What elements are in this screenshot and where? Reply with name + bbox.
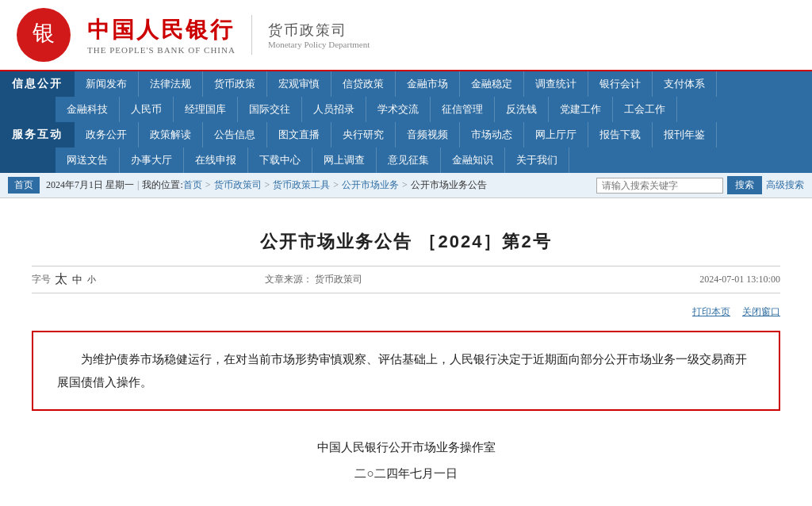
nav-item-online-apply[interactable]: 在线申报: [184, 148, 248, 173]
dept-name-cn: 货币政策司: [268, 21, 370, 40]
nav-item-monetary[interactable]: 货币政策: [203, 71, 267, 97]
source-label: 文章来源：: [265, 274, 312, 285]
nav-item-fin-know[interactable]: 金融知识: [441, 148, 505, 173]
article-date-cn: 二○二四年七月一日: [32, 461, 780, 487]
nav-row-1: 信息公开 新闻发布 法律法规 货币政策 宏观审慎 信贷政策 金融市场 金融稳定 …: [0, 71, 812, 97]
nav-item-research[interactable]: 央行研究: [331, 122, 396, 148]
nav-label-service: 服务互动: [0, 122, 75, 148]
article-meta: 字号 太 中 小 文章来源： 货币政策司 2024-07-01 13:10:00: [32, 266, 780, 293]
nav-item-news[interactable]: 新闻发布: [75, 71, 139, 97]
breadcrumb-link-openmarket[interactable]: 公开市场业务: [342, 178, 399, 192]
nav-item-fintech[interactable]: 金融科技: [56, 97, 120, 122]
header-divider: [251, 15, 252, 55]
dept-name-en: Monetary Policy Department: [268, 40, 370, 49]
nav-item-hall[interactable]: 办事大厅: [120, 148, 184, 173]
nav-item-reports[interactable]: 报告下载: [588, 122, 653, 148]
nav-row-3: 服务互动 政务公开 政策解读 公告信息 图文直播 央行研究 音频视频 市场动态 …: [0, 122, 812, 148]
nav-item-macro[interactable]: 宏观审慎: [267, 71, 331, 97]
home-button[interactable]: 首页: [8, 177, 40, 194]
breadcrumb-bar: 首页 2024年7月1日 星期一 | 我的位置: 首页 > 货币政策司 > 货币…: [0, 173, 812, 198]
breadcrumb-link-dept[interactable]: 货币政策司: [214, 178, 262, 192]
dept-block: 货币政策司 Monetary Policy Department: [268, 21, 370, 49]
nav-item-treasury[interactable]: 经理国库: [174, 97, 238, 122]
search-area: 搜索 高级搜索: [596, 176, 804, 194]
nav-item-party[interactable]: 党建工作: [549, 97, 613, 122]
article-body-box: 为维护债券市场稳健运行，在对当前市场形势审慎观察、评估基础上，人民银行决定于近期…: [32, 331, 780, 411]
bank-name-en: THE PEOPLE'S BANK OF CHINA: [87, 45, 236, 55]
nav-item-online-hall[interactable]: 网上厅厅: [524, 122, 588, 148]
nav-item-credit[interactable]: 信贷政策: [331, 71, 396, 97]
font-mid-button[interactable]: 中: [72, 273, 82, 287]
nav-label-blank1: [0, 97, 56, 122]
nav-row-2: 金融科技 人民币 经理国库 国际交往 人员招录 学术交流 征信管理 反洗钱 党建…: [0, 97, 812, 122]
nav-item-download[interactable]: 下载中心: [248, 148, 312, 173]
content-area: 公开市场业务公告 ［2024］第2号 字号 太 中 小 文章来源： 货币政策司 …: [0, 198, 812, 506]
nav-item-stability[interactable]: 金融稳定: [460, 71, 524, 97]
close-button[interactable]: 关闭窗口: [742, 305, 780, 319]
nav-item-survey[interactable]: 调查统计: [524, 71, 588, 97]
nav-item-intl[interactable]: 国际交往: [238, 97, 302, 122]
nav-item-recruit[interactable]: 人员招录: [302, 97, 366, 122]
article-org: 中国人民银行公开市场业务操作室: [32, 435, 780, 461]
nav-row-4: 网送文告 办事大厅 在线申报 下载中心 网上调查 意见征集 金融知识 关于我们: [0, 148, 812, 173]
search-button[interactable]: 搜索: [727, 176, 762, 194]
breadcrumb-location: 我的位置:: [142, 178, 182, 192]
svg-text:银: 银: [32, 21, 55, 45]
nav-item-union[interactable]: 工会工作: [613, 97, 677, 122]
breadcrumb-link-tools[interactable]: 货币政策工具: [273, 178, 330, 192]
font-big-button[interactable]: 太: [55, 271, 67, 288]
nav-item-payment[interactable]: 支付体系: [653, 71, 717, 97]
nav-item-finmarket[interactable]: 金融市场: [396, 71, 460, 97]
nav-label-blank2: [0, 148, 56, 173]
nav-item-policy-interp[interactable]: 政策解读: [139, 122, 203, 148]
article-source: 文章来源： 货币政策司: [265, 273, 362, 286]
article-actions: 打印本页 关闭窗口: [32, 301, 780, 323]
nav-item-feedback[interactable]: 意见征集: [377, 148, 441, 173]
bank-emblem-icon: 银: [16, 7, 71, 63]
nav-item-banking[interactable]: 银行会计: [588, 71, 653, 97]
font-small-button[interactable]: 小: [87, 274, 96, 286]
breadcrumb-link-home[interactable]: 首页: [183, 178, 202, 192]
nav-item-aml[interactable]: 反洗钱: [495, 97, 549, 122]
nav-row1-items: 新闻发布 法律法规 货币政策 宏观审慎 信贷政策 金融市场 金融稳定 调查统计 …: [75, 71, 812, 97]
nav-item-law[interactable]: 法律法规: [139, 71, 203, 97]
nav-item-rmb[interactable]: 人民币: [120, 97, 174, 122]
article-footer: 中国人民银行公开市场业务操作室 二○二四年七月一日: [32, 435, 780, 487]
nav-row3-items: 政务公开 政策解读 公告信息 图文直播 央行研究 音频视频 市场动态 网上厅厅 …: [75, 122, 812, 148]
nav-item-graphic[interactable]: 图文直播: [267, 122, 331, 148]
nav-label-info: 信息公开: [0, 71, 75, 97]
nav-item-academic[interactable]: 学术交流: [366, 97, 431, 122]
nav-item-about[interactable]: 关于我们: [505, 148, 569, 173]
nav-item-yearbook[interactable]: 报刊年鉴: [653, 122, 717, 148]
article-date: 2024-07-01 13:10:00: [699, 274, 780, 286]
nav-item-govaffairs[interactable]: 政务公开: [75, 122, 139, 148]
bank-name-cn: 中国人民银行: [87, 15, 236, 45]
print-button[interactable]: 打印本页: [692, 305, 730, 319]
nav-row4-items: 网送文告 办事大厅 在线申报 下载中心 网上调查 意见征集 金融知识 关于我们: [56, 148, 812, 173]
nav-item-send[interactable]: 网送文告: [56, 148, 120, 173]
nav-item-announce[interactable]: 公告信息: [203, 122, 267, 148]
search-input[interactable]: [596, 178, 723, 194]
breadcrumb-date: 2024年7月1日 星期一: [46, 178, 134, 192]
article-title: 公开市场业务公告 ［2024］第2号: [32, 230, 780, 254]
logo-area: 银 中国人民银行 THE PEOPLE'S BANK OF CHINA: [16, 7, 236, 63]
article-body-text: 为维护债券市场稳健运行，在对当前市场形势审慎观察、评估基础上，人民银行决定于近期…: [57, 348, 755, 393]
nav-container: 信息公开 新闻发布 法律法规 货币政策 宏观审慎 信贷政策 金融市场 金融稳定 …: [0, 71, 812, 173]
nav-item-audio[interactable]: 音频视频: [396, 122, 460, 148]
nav-item-survey2[interactable]: 网上调查: [312, 148, 377, 173]
nav-item-market-dyn[interactable]: 市场动态: [460, 122, 524, 148]
nav-row2-items: 金融科技 人民币 经理国库 国际交往 人员招录 学术交流 征信管理 反洗钱 党建…: [56, 97, 812, 122]
nav-item-credit2[interactable]: 征信管理: [431, 97, 495, 122]
logo-text-block: 中国人民银行 THE PEOPLE'S BANK OF CHINA: [87, 15, 236, 55]
source-value: 货币政策司: [315, 274, 362, 285]
breadcrumb-current: 公开市场业务公告: [411, 178, 487, 192]
font-size-label: 字号: [32, 273, 51, 286]
page-header: 银 中国人民银行 THE PEOPLE'S BANK OF CHINA 货币政策…: [0, 0, 812, 71]
advanced-search-link[interactable]: 高级搜索: [766, 178, 804, 192]
